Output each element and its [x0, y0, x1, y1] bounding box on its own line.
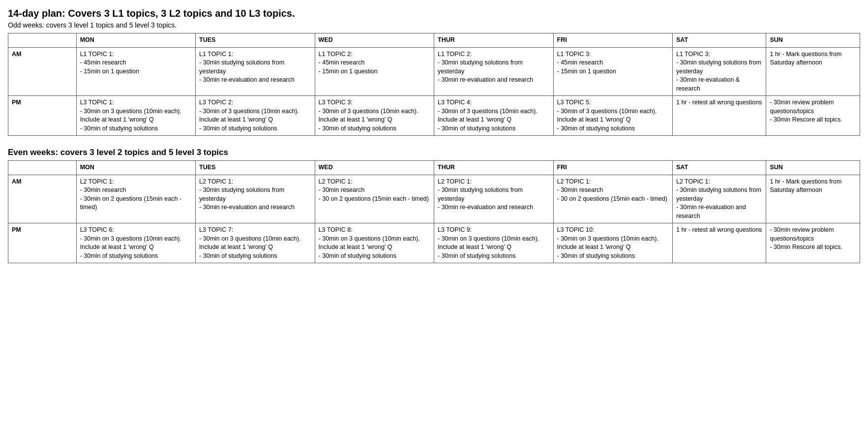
even-pm-tues: L3 TOPIC 7: - 30min on 3 questions (10mi… [196, 223, 315, 263]
even-header-sun: SUN [766, 161, 860, 175]
odd-pm-row: PM L3 TOPIC 1: - 30min on 3 questions (1… [8, 96, 860, 136]
odd-am-fri: L1 TOPIC 3: - 45min research - 15min on … [553, 47, 672, 96]
odd-am-mon: L1 TOPIC 1: - 45min research - 15min on … [76, 47, 195, 96]
odd-subtitle: Odd weeks: covers 3 level 1 topics and 5… [8, 21, 860, 29]
odd-pm-sat: 1 hr - retest all wrong questions [672, 96, 766, 136]
even-pm-mon: L3 TOPIC 6: - 30min on 3 questions (10mi… [76, 223, 195, 263]
even-pm-fri: L3 TOPIC 10: - 30min on 3 questions (10m… [553, 223, 672, 263]
odd-pm-wed: L3 TOPIC 3: - 30min of 3 questions (10mi… [315, 96, 434, 136]
odd-week-table: MON TUES WED THUR FRI SAT SUN AM L1 TOPI… [8, 33, 860, 136]
odd-header-mon: MON [76, 33, 195, 48]
even-am-mon: L2 TOPIC 1: - 30min research - 30min on … [76, 175, 195, 223]
odd-header-fri: FRI [553, 33, 672, 48]
even-pm-label: PM [8, 223, 77, 263]
even-header-empty [8, 161, 77, 175]
odd-pm-fri: L3 TOPIC 5: - 30min of 3 questions (10mi… [553, 96, 672, 136]
even-header-thur: THUR [434, 161, 553, 175]
odd-am-tues: L1 TOPIC 1: - 30min studying solutions f… [196, 47, 315, 96]
even-header-fri: FRI [553, 161, 672, 175]
even-week-table: MON TUES WED THUR FRI SAT SUN AM L2 TOPI… [8, 160, 860, 263]
odd-am-sat: L1 TOPIC 3: - 30min studying solutions f… [672, 47, 766, 96]
main-title: 14-day plan: Covers 3 L1 topics, 3 L2 to… [8, 8, 860, 19]
odd-am-wed: L1 TOPIC 2: - 45min research - 15min on … [315, 47, 434, 96]
even-header-wed: WED [315, 161, 434, 175]
odd-header-sun: SUN [766, 33, 860, 48]
odd-header-thur: THUR [434, 33, 553, 48]
odd-pm-tues: L3 TOPIC 2: - 30min of 3 questions (10mi… [196, 96, 315, 136]
odd-am-sun: 1 hr - Mark questions from Saturday afte… [766, 47, 860, 96]
even-pm-thur: L3 TOPIC 9: - 30min on 3 questions (10mi… [434, 223, 553, 263]
even-pm-wed: L3 TOPIC 8: - 30min on 3 questions (10mi… [315, 223, 434, 263]
even-subtitle: Even weeks: covers 3 level 2 topics and … [8, 148, 860, 157]
even-am-label: AM [8, 175, 77, 223]
even-am-thur: L2 TOPIC 1: - 30min studying solutions f… [434, 175, 553, 223]
even-pm-row: PM L3 TOPIC 6: - 30min on 3 questions (1… [8, 223, 860, 263]
even-am-row: AM L2 TOPIC 1: - 30min research - 30min … [8, 175, 860, 223]
odd-am-label: AM [8, 47, 77, 96]
even-am-sat: L2 TOPIC 1: - 30min studying solutions f… [672, 175, 766, 223]
even-am-tues: L2 TOPIC 1: - 30min studying solutions f… [196, 175, 315, 223]
odd-header-sat: SAT [672, 33, 766, 48]
odd-am-thur: L1 TOPIC 2: - 30min studying solutions f… [434, 47, 553, 96]
even-am-sun: 1 hr - Mark questions from Saturday afte… [766, 175, 860, 223]
even-pm-sun: - 30min review problem questions/topics … [766, 223, 860, 263]
even-am-wed: L2 TOPIC 1: - 30min research - 30 on 2 q… [315, 175, 434, 223]
even-header-tues: TUES [196, 161, 315, 175]
odd-pm-mon: L3 TOPIC 1: - 30min on 3 questions (10mi… [76, 96, 195, 136]
even-header-sat: SAT [672, 161, 766, 175]
odd-header-tues: TUES [196, 33, 315, 48]
odd-am-row: AM L1 TOPIC 1: - 45min research - 15min … [8, 47, 860, 96]
odd-header-empty [8, 33, 77, 48]
odd-pm-thur: L3 TOPIC 4: - 30min of 3 questions (10mi… [434, 96, 553, 136]
even-am-fri: L2 TOPIC 1: - 30min research - 30 on 2 q… [553, 175, 672, 223]
even-header-mon: MON [76, 161, 195, 175]
even-pm-sat: 1 hr - retest all wrong questions [672, 223, 766, 263]
odd-pm-sun: - 30min review problem questions/topics … [766, 96, 860, 136]
odd-header-wed: WED [315, 33, 434, 48]
odd-pm-label: PM [8, 96, 77, 136]
